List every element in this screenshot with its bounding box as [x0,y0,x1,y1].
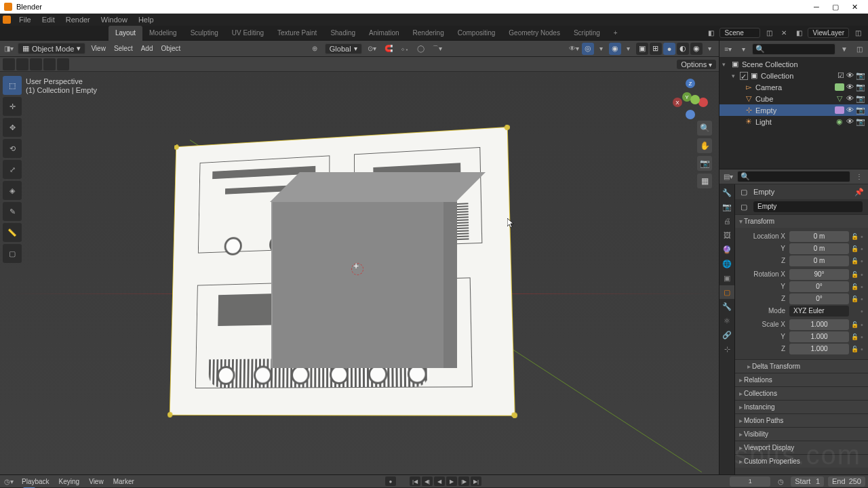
tab-rendering[interactable]: Rendering [406,26,451,41]
scene-delete-button[interactable]: ✕ [778,27,790,39]
shading-material[interactable]: ◐ [677,43,689,55]
tl-marker[interactable]: Marker [111,478,137,485]
scene-name-field[interactable]: Scene [719,28,760,38]
prop-tab-output[interactable]: 🖨 [719,214,734,228]
tab-modeling[interactable]: Modeling [142,26,184,41]
location-y-field[interactable]: 0 m [789,243,849,254]
viewport-3d[interactable]: ⬚ ✛ ✥ ⟲ ⤢ ◈ ✎ 📏 ▢ User Perspective (1) C… [0,72,719,474]
close-button[interactable]: ✕ [845,0,864,14]
prop-tab-modifier[interactable]: 🔧 [719,300,734,313]
visibility-dropdown[interactable]: 👁▾ [568,43,580,55]
panel-relations[interactable]: Relations [735,373,868,386]
outliner-display-mode[interactable]: ▾ [737,43,749,55]
tl-view[interactable]: View [86,478,106,485]
tree-empty[interactable]: ⊹ Empty 👁📷 [719,104,868,116]
render-icon[interactable]: 📷 [856,71,865,80]
panel-motion-paths[interactable]: Motion Paths [735,413,868,427]
tab-sculpting[interactable]: Sculpting [184,26,225,41]
rotation-z-field[interactable]: 0° [789,293,849,304]
cube-object[interactable] [271,201,457,368]
rotation-y-field[interactable]: 0° [789,281,849,292]
current-frame-field[interactable]: 1 [730,476,770,487]
lock-icon[interactable]: 🔓 [850,321,859,328]
tool-measure[interactable]: 📏 [3,223,22,242]
vp-menu-select[interactable]: Select [111,45,136,52]
prop-tab-scene[interactable]: 🔮 [719,243,734,256]
eye-icon[interactable]: 👁 [846,83,854,92]
snap-dropdown[interactable]: ⬦▾ [399,43,411,55]
tool-annotate[interactable]: ✎ [3,202,22,221]
gizmo-toggle[interactable]: ◎ [582,43,594,55]
add-workspace-button[interactable]: + [607,26,625,41]
gizmo-dropdown[interactable]: ▾ [595,43,608,55]
timeline-editor-type[interactable]: ◷▾ [3,475,15,487]
panel-delta-transform[interactable]: Delta Transform [735,359,868,373]
menu-file[interactable]: File [14,14,37,26]
jump-next-keyframe-button[interactable]: |▶ [458,476,469,486]
render-icon[interactable]: 📷 [856,117,865,126]
pan-icon[interactable]: ✋ [697,138,712,153]
outliner-search[interactable]: 🔍 [752,43,835,55]
tab-animation[interactable]: Animation [362,26,406,41]
tl-playback[interactable]: Playback [19,478,52,485]
prop-tab-collection[interactable]: ▣ [719,271,734,285]
panel-collections[interactable]: Collections [735,386,868,400]
orientation-icon[interactable]: ⊕ [309,43,321,55]
menu-edit[interactable]: Edit [37,14,60,26]
overlay-dropdown[interactable]: ▾ [623,43,635,55]
editor-type-button[interactable]: ◨▾ [3,43,15,55]
shading-wireframe[interactable]: ⊞ [650,43,662,55]
lock-icon[interactable]: 🔓 [850,245,859,252]
properties-search[interactable]: 🔍 [737,171,850,182]
lock-icon[interactable]: 🔓 [850,283,859,290]
tree-cube[interactable]: ▽ Cube ▽ 👁📷 [719,93,868,104]
tab-shading[interactable]: Shading [323,26,362,41]
panel-instancing[interactable]: Instancing [735,400,868,413]
lock-icon[interactable]: 🔓 [850,233,859,240]
maximize-button[interactable]: ▢ [826,0,845,14]
tree-camera[interactable]: ▻ Camera 👁📷 [719,81,868,93]
panel-transform[interactable]: Transform [735,214,868,228]
tool-cursor[interactable]: ✛ [3,97,22,116]
preview-range-button[interactable]: ◷ [774,475,787,487]
viewlayer-browse-icon[interactable]: ◧ [793,27,805,39]
pivot-dropdown[interactable]: ⊙▾ [366,43,378,55]
lock-icon[interactable]: 🔓 [850,258,859,264]
shading-solid[interactable]: ● [663,43,675,55]
mode-dropdown[interactable]: ▦ Object Mode ▾ [18,43,85,54]
start-frame-field[interactable]: Start 1 [791,476,824,487]
select-mode-4[interactable] [43,58,56,70]
eye-icon[interactable]: 👁 [846,106,854,115]
properties-options[interactable]: ⋮ [853,171,865,183]
scale-y-field[interactable]: 1.000 [789,331,849,342]
outliner-filter[interactable]: ▼ [838,43,850,55]
menu-render[interactable]: Render [60,14,96,26]
tl-keying[interactable]: Keying [56,478,83,485]
prop-tab-object[interactable]: ▢ [719,285,734,299]
jump-prev-keyframe-button[interactable]: ◀| [422,476,433,486]
location-z-field[interactable]: 0 m [789,256,849,266]
navigation-gizmo[interactable]: X Y Z [673,79,708,114]
tool-transform[interactable]: ◈ [3,181,22,200]
tree-collection[interactable]: ▾ ✓ ▣ Collection ☑👁📷 [719,70,868,81]
eye-icon[interactable]: 👁 [846,94,854,103]
location-x-field[interactable]: 0 m [789,231,849,242]
vp-menu-add[interactable]: Add [138,45,156,52]
pin-icon[interactable]: 📌 [854,188,864,197]
render-icon[interactable]: 📷 [856,83,865,92]
options-dropdown[interactable]: Options ▾ [677,60,716,69]
tool-add-cube[interactable]: ▢ [3,244,22,263]
camera-view-icon[interactable]: 📷 [697,156,712,171]
tab-scripting[interactable]: Scripting [567,26,607,41]
select-mode-5[interactable] [57,58,69,70]
minimize-button[interactable]: ─ [807,0,826,14]
outliner-editor-type[interactable]: ≡▾ [722,43,734,55]
auto-keying-button[interactable]: ● [385,476,396,486]
tab-compositing[interactable]: Compositing [451,26,502,41]
tree-scene-collection[interactable]: ▾▣ Scene Collection [719,58,868,70]
lock-icon[interactable]: 🔓 [850,271,859,278]
tool-scale[interactable]: ⤢ [3,160,22,179]
end-frame-field[interactable]: End 250 [828,476,865,487]
shading-rendered[interactable]: ◉ [690,43,703,55]
render-icon[interactable]: 📷 [856,94,865,103]
